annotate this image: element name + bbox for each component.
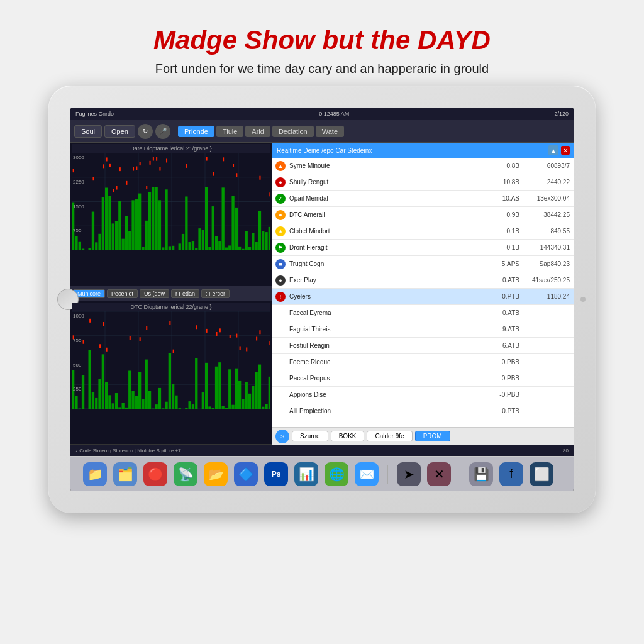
soul-button[interactable]: Soul <box>74 125 102 138</box>
page-title: Madge Show but the DAYD <box>153 25 491 55</box>
row-name: Appions Dise <box>289 391 482 398</box>
szurne-button[interactable]: Szurne <box>292 431 328 441</box>
top-chart-title: Date Dioptame lerical 21/grane } <box>72 144 270 153</box>
table-row[interactable]: Appions Dise-0.PBB <box>272 387 574 403</box>
dock-web-icon[interactable]: 🌐 <box>325 462 348 486</box>
table-row[interactable]: ✓Opail Memdal10.AS13ex300.04 <box>272 191 574 207</box>
scroll-up-button[interactable]: ▲ <box>548 145 558 155</box>
row-status-icon: ■ <box>275 259 286 269</box>
row-value2: 38442.25 <box>519 211 570 218</box>
row-value1: 6.ATB <box>482 342 519 349</box>
row-value1: -0.PBB <box>482 391 519 398</box>
tab-prionde[interactable]: Prionde <box>178 126 214 137</box>
filter-peceniet[interactable]: Peceniet <box>107 289 138 298</box>
right-panel-header: Realtime Deine /epo Car Stedeinx ▲ ✕ <box>272 143 574 158</box>
row-status-icon: ● <box>275 177 286 187</box>
table-row[interactable]: Paccal Propus0.PBB <box>272 370 574 387</box>
row-value1: 0.ATB <box>482 277 519 284</box>
calder-button[interactable]: Calder 9fe <box>367 431 412 441</box>
dock-separator2 <box>460 465 460 484</box>
dock-mail-icon[interactable]: ✉️ <box>355 462 379 486</box>
filter-fercer[interactable]: : Fercer <box>201 289 230 298</box>
dock-ps-icon[interactable]: Ps <box>264 462 288 486</box>
table-row[interactable]: Faccal Eyrema0.ATB <box>272 305 574 321</box>
status-bottom-bar: z Code Sinten q Stureopo | Nintntre Sgri… <box>70 445 574 456</box>
row-value2: 849.55 <box>519 228 570 235</box>
dock-save-icon[interactable]: 💾 <box>469 462 493 486</box>
prom-button[interactable]: PROM <box>415 431 450 441</box>
table-row[interactable]: ★Clobel Mindort0.1B849.55 <box>272 223 574 240</box>
bottom-chart-container: DTC Dioptame lerical 22/grane } <box>70 301 272 445</box>
table-row[interactable]: ■Trught Cogn5.APSSap840.23 <box>272 256 574 272</box>
filter-fedan[interactable]: r Fedan <box>171 289 199 298</box>
right-panel: Realtime Deine /epo Car Stedeinx ▲ ✕ ▲Sy… <box>272 143 574 445</box>
dock-blue-icon[interactable]: 🔷 <box>234 462 258 486</box>
row-status-icon: ● <box>275 275 286 286</box>
dock-close-icon[interactable]: ✕ <box>427 462 451 486</box>
tab-tiule[interactable]: Tiule <box>216 126 243 137</box>
filter-usdow[interactable]: Us (dow <box>140 289 169 298</box>
dock-facebook-icon[interactable]: f <box>499 462 523 486</box>
dock-square-icon[interactable]: ⬜ <box>530 462 553 486</box>
row-name: Dront Fieragit <box>289 244 482 251</box>
row-name: Exer Play <box>289 277 482 284</box>
top-chart-container: Date Dioptame lerical 21/grane } <box>70 143 272 286</box>
mic-icon[interactable]: 🎤 <box>155 124 170 139</box>
dock-folder-icon[interactable]: 📂 <box>204 462 228 486</box>
tab-arid[interactable]: Arid <box>245 126 270 137</box>
row-status-icon <box>275 308 286 318</box>
row-status-icon <box>275 390 286 400</box>
row-value1: 0.8B <box>482 162 519 169</box>
dock-calendar-icon[interactable]: 🗂️ <box>113 462 137 486</box>
bokk-button[interactable]: BOKK <box>331 431 365 441</box>
row-status-icon: ⚑ <box>275 243 286 253</box>
side-button <box>580 297 586 302</box>
row-status-icon <box>275 341 286 351</box>
tab-declation[interactable]: Declation <box>272 126 314 137</box>
table-row[interactable]: Faguial Thireis9.ATB <box>272 321 574 338</box>
row-name: Faguial Thireis <box>289 326 482 333</box>
table-row[interactable]: ▲Syrne Minoute0.8B60893/7 <box>272 158 574 174</box>
table-row[interactable]: ●DTC Amerall0.9B38442.25 <box>272 207 574 223</box>
row-status-icon: ▲ <box>275 161 286 171</box>
row-status-icon: ● <box>275 210 286 220</box>
row-status-icon <box>275 325 286 335</box>
row-status-icon <box>275 374 286 384</box>
page-subtitle: Fort unden for we time day cary and an h… <box>153 62 491 76</box>
tab-wate[interactable]: Wate <box>316 126 344 137</box>
row-name: Shully Rengut <box>289 179 482 186</box>
right-header-title: Realtime Deine /epo Car Stedeinx <box>277 147 372 154</box>
table-row[interactable]: Fostiul Reagin6.ATB <box>272 338 574 354</box>
refresh-icon[interactable]: ↻ <box>138 124 153 139</box>
dock-chart-icon[interactable]: 📊 <box>294 462 318 486</box>
table-row[interactable]: ⚑Dront Fieragit0 1B144340.31 <box>272 240 574 256</box>
page-header: Madge Show but the DAYD Fort unden for w… <box>141 6 503 86</box>
row-name: Cyelers <box>289 293 482 300</box>
status-bar: Fuglines Cnrdo 0:12485 AM 2/120 <box>70 108 574 120</box>
table-row[interactable]: Alii Proplection0.PTB <box>272 403 574 419</box>
dock-wifi-icon[interactable]: 📡 <box>174 462 197 486</box>
row-value1: 9.ATB <box>482 326 519 333</box>
ipad-shell: Fuglines Cnrdo 0:12485 AM 2/120 Soul Ope… <box>48 86 596 513</box>
row-name: Faccal Eyrema <box>289 309 482 316</box>
close-button[interactable]: ✕ <box>561 146 570 155</box>
table-row[interactable]: Foeme Rieque0.PBB <box>272 354 574 370</box>
table-row[interactable]: ●Exer Play0.ATB41sax/250.25 <box>272 272 574 289</box>
ios-dock: 📁 🗂️ 🔴 📡 📂 🔷 Ps 📊 🌐 ✉️ ➤ ✕ 💾 f ⬜ <box>70 456 574 491</box>
ipad-screen: Fuglines Cnrdo 0:12485 AM 2/120 Soul Ope… <box>70 108 574 491</box>
row-value2: 60893/7 <box>519 162 570 169</box>
row-status-icon: ★ <box>275 226 286 236</box>
row-name: Syrne Minoute <box>289 162 482 169</box>
table-row[interactable]: ●Shully Rengut10.8B2440.22 <box>272 174 574 191</box>
row-name: Foeme Rieque <box>289 358 482 365</box>
open-button[interactable]: Open <box>104 125 135 138</box>
row-name: Opail Memdal <box>289 195 482 202</box>
row-status-icon <box>275 406 286 416</box>
row-value1: 5.APS <box>482 260 519 267</box>
dock-files-icon[interactable]: 📁 <box>83 462 107 486</box>
table-row[interactable]: !Cyelers0.PTB1180.24 <box>272 289 574 305</box>
top-toolbar: Soul Open ↻ 🎤 Prionde Tiule Arid Declati… <box>70 120 574 143</box>
dock-red-icon[interactable]: 🔴 <box>143 462 167 486</box>
row-value2: 1180.24 <box>519 293 570 300</box>
dock-arrow-icon[interactable]: ➤ <box>397 462 421 486</box>
